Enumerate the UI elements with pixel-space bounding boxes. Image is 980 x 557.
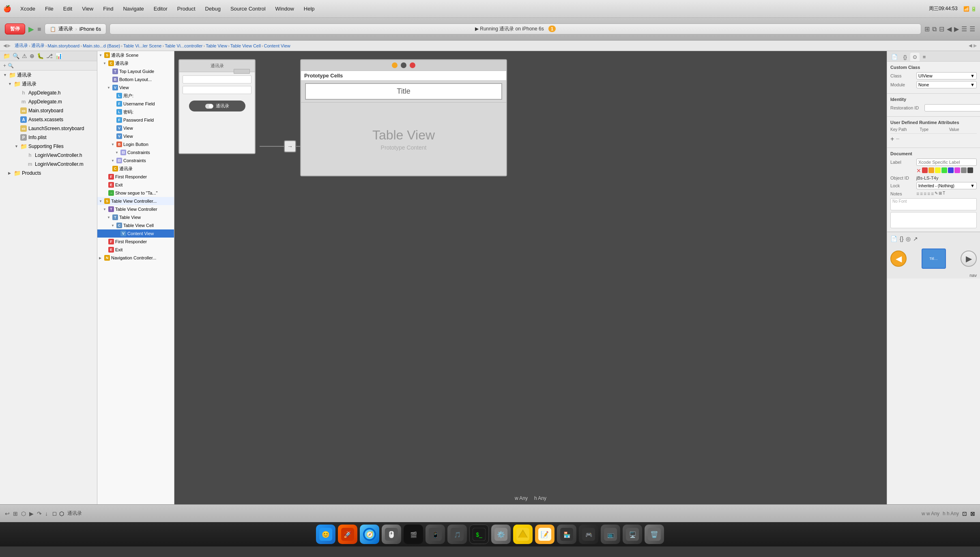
- warning-badge[interactable]: 1: [548, 26, 556, 32]
- menu-file[interactable]: File: [41, 4, 58, 13]
- tree-item-tvc-responder[interactable]: F First Responder: [97, 238, 174, 246]
- forward-nav-btn[interactable]: ▶: [961, 251, 977, 267]
- sidebar-item-products[interactable]: ▶ 📁 Products: [0, 169, 97, 178]
- inspector-right-icon[interactable]: ☰: [969, 25, 975, 33]
- dock-app5[interactable]: 📺: [601, 525, 620, 544]
- breadcrumb-item-5[interactable]: Table Vi...ler Scene: [123, 43, 162, 48]
- step-over-btn[interactable]: ↷: [37, 510, 42, 517]
- insp-nav-file-icon[interactable]: 📄: [890, 236, 897, 242]
- tree-item-exit[interactable]: E Exit: [97, 181, 174, 189]
- menu-view[interactable]: View: [78, 4, 97, 13]
- menu-help[interactable]: Help: [300, 4, 319, 13]
- tree-item-bottom-layout[interactable]: B Bottom Layout...: [97, 75, 174, 84]
- sidebar-item-loginvc-m[interactable]: m LoginViewController.m: [0, 160, 97, 169]
- search-filter-icon[interactable]: 🔍: [8, 63, 14, 69]
- simulate-btn[interactable]: ⬡: [59, 510, 64, 517]
- restoration-id-input[interactable]: [924, 104, 980, 111]
- swatch-grey[interactable]: [961, 167, 967, 173]
- scene-item-root[interactable]: ▼ S 通讯录 Scene: [97, 51, 174, 59]
- menu-xcode[interactable]: Xcode: [16, 4, 39, 13]
- run-toolbar-btn[interactable]: ▶: [29, 510, 34, 517]
- dock-finder[interactable]: 😊: [316, 525, 335, 544]
- nav-left-icon[interactable]: ◀: [947, 25, 952, 33]
- remove-runtime-btn[interactable]: −: [896, 135, 899, 143]
- stop-button[interactable]: 暂停: [5, 24, 25, 34]
- notes-field[interactable]: No Font: [890, 198, 977, 210]
- menu-navigate[interactable]: Navigate: [119, 4, 148, 13]
- editor-toggle-icon[interactable]: ⊞: [924, 25, 930, 33]
- stop-icon[interactable]: ■: [37, 26, 41, 33]
- version-editor-icon[interactable]: ⧉: [932, 26, 937, 33]
- swatch-yellow[interactable]: [935, 167, 941, 173]
- dock-mouseapp[interactable]: 🖱️: [382, 525, 401, 544]
- breadcrumb-action-left[interactable]: ◀: [969, 43, 972, 48]
- swatch-blue[interactable]: [948, 167, 954, 173]
- dock-terminal[interactable]: $_: [469, 525, 489, 544]
- notes-btn-1[interactable]: ≡: [916, 191, 919, 197]
- dock-app6[interactable]: 🖥️: [623, 525, 642, 544]
- tree-item-nav-controller[interactable]: ▶ N Navigation Controller...: [97, 254, 174, 262]
- tree-item-tvc-exit[interactable]: E Exit: [97, 246, 174, 254]
- insp-tab-file[interactable]: 📄: [889, 53, 900, 61]
- breadcrumb-item-2[interactable]: 通讯录: [31, 43, 45, 49]
- sidebar-item-main-storyboard[interactable]: sb Main.storyboard: [0, 106, 97, 115]
- nav-folder-icon[interactable]: 📁: [3, 53, 10, 59]
- breadcrumb-nav-left[interactable]: ◀: [3, 43, 6, 48]
- notes-table-icon[interactable]: ⊞: [939, 191, 942, 197]
- notes-btn-3[interactable]: ≡: [924, 191, 926, 197]
- notes-pencil-icon[interactable]: ✎: [935, 191, 938, 197]
- breakpoint-btn[interactable]: ⬡: [21, 510, 26, 517]
- step-into-btn[interactable]: ↓: [45, 510, 48, 517]
- apple-menu-icon[interactable]: 🍎: [3, 5, 11, 13]
- nav-warning-icon[interactable]: ⚠: [22, 53, 27, 59]
- tree-item-pwd-label[interactable]: L 密码:: [97, 108, 174, 116]
- notes-btn-4[interactable]: ≡: [927, 191, 930, 197]
- menu-find[interactable]: Find: [99, 4, 117, 13]
- menu-edit[interactable]: Edit: [59, 4, 76, 13]
- nav-right-icon[interactable]: ▶: [954, 25, 959, 33]
- login-field-1[interactable]: [183, 75, 251, 84]
- nav-search-icon[interactable]: 🔍: [13, 53, 19, 59]
- dock-notes[interactable]: 📝: [535, 525, 554, 544]
- notes-text-size-icon[interactable]: T: [943, 191, 945, 197]
- insp-tab-quick[interactable]: {}: [901, 53, 909, 61]
- tree-item-tvc[interactable]: ▼ T Table View Controller: [97, 205, 174, 213]
- menu-editor[interactable]: Editor: [150, 4, 172, 13]
- swatch-green[interactable]: [941, 167, 947, 173]
- sidebar-item-appdelegate-h[interactable]: h AppDelegate.h: [0, 88, 97, 97]
- breadcrumb-item-4[interactable]: Main.sto...d (Base): [83, 43, 120, 48]
- zoom-fill-btn[interactable]: ⊠: [970, 510, 975, 517]
- label-input[interactable]: [916, 159, 977, 166]
- insp-tab-identity[interactable]: ⊙: [910, 53, 920, 61]
- tree-item-pwd-field[interactable]: F Password Field: [97, 116, 174, 124]
- tree-item-table-view[interactable]: ▼ T Table View: [97, 213, 174, 221]
- swatch-orange[interactable]: [928, 167, 934, 173]
- sidebar-item-info-plist[interactable]: P Info.plist: [0, 133, 97, 142]
- toggle-button[interactable]: 通讯录: [189, 101, 245, 111]
- tree-item-top-layout[interactable]: T Top Layout Guide: [97, 67, 174, 75]
- tree-item-username-field[interactable]: F Username Field: [97, 100, 174, 108]
- class-dropdown[interactable]: UIView ▼: [916, 72, 977, 79]
- menu-debug[interactable]: Debug: [201, 4, 225, 13]
- canvas-label[interactable]: □: [53, 510, 56, 517]
- tree-item-content-view[interactable]: V Content View: [97, 229, 174, 238]
- dock-rocketlauncher[interactable]: 🚀: [338, 525, 357, 544]
- breadcrumb-item-9[interactable]: Content View: [264, 43, 290, 48]
- breadcrumb-item-6[interactable]: Table Vi...controller: [165, 43, 202, 48]
- login-field-2[interactable]: [183, 86, 251, 94]
- sidebar-item-appdelegate-m[interactable]: m AppDelegate.m: [0, 97, 97, 106]
- nav-test-icon[interactable]: ⊕: [30, 53, 34, 59]
- dock-sketch[interactable]: [513, 525, 533, 544]
- dock-trash[interactable]: 🗑️: [645, 525, 664, 544]
- canvas-back-icon[interactable]: ↩: [5, 510, 10, 517]
- sidebar-item-supporting-files[interactable]: ▼ 📁 Supporting Files: [0, 142, 97, 151]
- tree-item-user-label[interactable]: L 用户:: [97, 92, 174, 100]
- nav-report-icon[interactable]: 📊: [55, 53, 62, 59]
- dock-app2[interactable]: 🎵: [447, 525, 467, 544]
- tree-item-constraints1[interactable]: ▼ ⊟ Constraints: [97, 148, 174, 156]
- notes-btn-5[interactable]: ≡: [931, 191, 934, 197]
- tree-item-view2[interactable]: V View: [97, 124, 174, 132]
- insp-nav-code-icon[interactable]: {}: [900, 236, 903, 242]
- inspector-left-icon[interactable]: ☰: [961, 25, 967, 33]
- breadcrumb-item-1[interactable]: 通讯录: [15, 43, 28, 49]
